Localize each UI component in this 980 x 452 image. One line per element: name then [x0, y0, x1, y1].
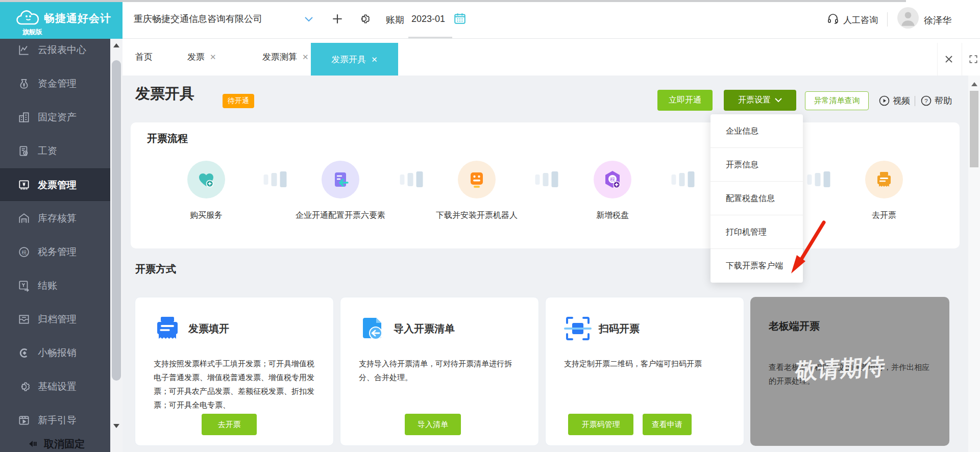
main-scroll-thumb[interactable]: [970, 91, 978, 167]
header: 畅捷通好会计 旗舰版 重庆畅捷交通信息咨询有限公司 账期 2023-01 人工咨…: [0, 0, 980, 39]
flow-progress-dots: [672, 171, 695, 187]
sidebar-scroll-thumb[interactable]: [112, 60, 121, 381]
consult-link[interactable]: 人工咨询: [843, 14, 878, 26]
app-logo: 畅捷通好会计 旗舰版: [0, 0, 122, 39]
flow-progress-dots: [264, 171, 287, 187]
header-divider: [887, 12, 888, 27]
money-bag-icon: [17, 77, 31, 90]
coming-soon-watermark: 敬请期待: [794, 351, 887, 387]
sidebar-item-settings[interactable]: 基础设置: [0, 373, 110, 400]
methods-heading: 开票方式: [135, 262, 176, 276]
period-value[interactable]: 2023-01: [411, 14, 445, 24]
page-title: 发票开具: [135, 84, 194, 104]
scroll-up-button[interactable]: [110, 39, 122, 52]
flow-progress-dots: [807, 171, 830, 187]
settle-card-icon: [17, 279, 31, 292]
menu-item-printer-manage[interactable]: 打印机管理: [710, 215, 803, 249]
sidebar-item-inventory[interactable]: 库存核算: [0, 205, 110, 232]
sidebar-item-guide[interactable]: 新手引导: [0, 407, 110, 434]
scan-qr-icon: [564, 315, 592, 342]
unpin-sidebar-button[interactable]: 取消固定: [27, 436, 85, 452]
menu-item-tax-disk-config[interactable]: 配置税盘信息: [710, 182, 803, 215]
video-link[interactable]: 视频: [879, 95, 910, 107]
sidebar-item-invoice-management[interactable]: 发票管理: [0, 168, 110, 201]
sidebar-item-cloud-reports[interactable]: 云报表中心: [0, 36, 110, 64]
abnormal-list-button[interactable]: 异常清单查询: [805, 91, 869, 110]
headset-icon: [827, 13, 839, 25]
help-link[interactable]: ? 帮助: [921, 95, 952, 107]
step-configure-elements: [322, 161, 359, 198]
close-all-button[interactable]: [937, 43, 960, 76]
company-chevron-down-icon[interactable]: [304, 16, 313, 22]
step-add-tax-disk: 税: [594, 161, 631, 198]
username[interactable]: 徐泽华: [924, 14, 951, 27]
heart-plus-icon: [196, 169, 216, 190]
sidebar-item-funds[interactable]: 资金管理: [0, 70, 110, 97]
gear-icon: [17, 380, 31, 393]
period-label: 账期: [386, 14, 404, 26]
sidebar-item-fixed-assets[interactable]: 固定资产: [0, 104, 110, 131]
brand-name: 畅捷通好会计: [44, 11, 111, 26]
sidebar-item-expense[interactable]: 小畅报销: [0, 339, 110, 367]
avatar[interactable]: [897, 7, 919, 29]
help-circle-icon: ?: [921, 95, 932, 106]
scroll-down-button[interactable]: [110, 419, 122, 433]
import-list-button[interactable]: 导入清单: [405, 414, 461, 435]
sidebar-item-archive[interactable]: 归档管理: [0, 306, 110, 333]
tax-stamp-icon: 税: [17, 245, 31, 259]
sidebar-scrollbar[interactable]: [110, 39, 122, 452]
robot-icon: [467, 169, 487, 190]
menu-item-download-client[interactable]: 下载开票客户端: [710, 249, 803, 283]
calendar-icon[interactable]: [453, 12, 467, 25]
tab-invoice[interactable]: 发票 ✕: [187, 51, 216, 63]
doc-arrow-icon: [330, 169, 351, 190]
card-title: 老板端开票: [769, 319, 820, 333]
step-go-invoice: [865, 161, 903, 198]
flow-heading: 开票流程: [147, 132, 188, 145]
card-title: 导入开票清单: [394, 322, 455, 336]
step-install-robot: [458, 161, 496, 198]
import-list-icon: [359, 315, 386, 342]
menu-item-company-info[interactable]: 企业信息: [710, 114, 803, 148]
close-tab-icon[interactable]: ✕: [302, 53, 309, 61]
fullscreen-button[interactable]: [962, 43, 980, 76]
chevron-down-icon: [775, 98, 782, 103]
period-underline: [408, 37, 452, 38]
tab-bar: 首页 发票 ✕ 发票测算 ✕ 发票开具 ✕: [122, 39, 980, 76]
main-scrollbar[interactable]: [968, 76, 980, 452]
card-desc: 支持按照发票样式手工填开发票；可开具增值税电子普通发票、增值税普通发票、增值税专…: [154, 357, 317, 412]
tab-home[interactable]: 首页: [135, 51, 153, 63]
gear-icon[interactable]: [357, 12, 371, 26]
menu-item-invoice-info[interactable]: 开票信息: [710, 148, 803, 182]
tab-invoice-issue[interactable]: 发票开具 ✕: [311, 43, 398, 76]
flow-progress-dots: [400, 171, 423, 187]
company-name[interactable]: 重庆畅捷交通信息咨询有限公司: [134, 13, 262, 25]
close-icon: [944, 55, 953, 64]
scroll-up-button[interactable]: [968, 78, 980, 91]
card-invoice-fill: 发票填开 支持按照发票样式手工填开发票；可开具增值税电子普通发票、增值税普通发票…: [135, 297, 334, 446]
svg-text:税: 税: [21, 249, 27, 255]
tab-invoice-calc[interactable]: 发票测算 ✕: [262, 51, 309, 63]
video-guide-icon: [17, 414, 31, 427]
sidebar-item-closing[interactable]: 结账: [0, 272, 110, 299]
activate-now-button[interactable]: 立即开通: [657, 90, 713, 111]
card-import-list: 导入开票清单 支持导入待开票清单，可对待开票清单进行拆分、合并处理。 导入清单: [340, 297, 539, 446]
svg-text:税: 税: [610, 177, 615, 182]
close-tab-icon[interactable]: ✕: [210, 53, 216, 61]
card-title: 扫码开票: [599, 322, 640, 336]
invoice-fill-icon: [154, 315, 181, 342]
invoice-settings-button[interactable]: 开票设置: [724, 90, 796, 111]
go-invoice-button[interactable]: 去开票: [202, 414, 257, 435]
invoice-code-manage-button[interactable]: 开票码管理: [568, 414, 633, 435]
close-tab-icon[interactable]: ✕: [371, 56, 378, 63]
step-buy-service: [187, 161, 225, 198]
invoice-settings-menu: 企业信息 开票信息 配置税盘信息 打印机管理 下载开票客户端: [710, 114, 803, 283]
flow-progress-dots: [535, 171, 558, 187]
card-boss-invoice: 老板端开票 查看老板端小程序提交的开票申请，并作出相应的开票处理。 敬请期待: [750, 297, 949, 446]
view-requests-button[interactable]: 查看申请: [643, 414, 692, 435]
card-scan-invoice: 扫码开票 支持定制开票二维码，客户端可扫码开票 开票码管理 查看申请: [545, 297, 744, 446]
sidebar-item-tax[interactable]: 税 税务管理: [0, 238, 110, 266]
add-account-icon[interactable]: [331, 12, 344, 26]
sidebar-item-payroll[interactable]: 工资: [0, 137, 110, 165]
invoice-flow-panel: 开票流程 购买服务 企业开通配置开票六要素 下载并安装开票机器人: [131, 122, 960, 248]
